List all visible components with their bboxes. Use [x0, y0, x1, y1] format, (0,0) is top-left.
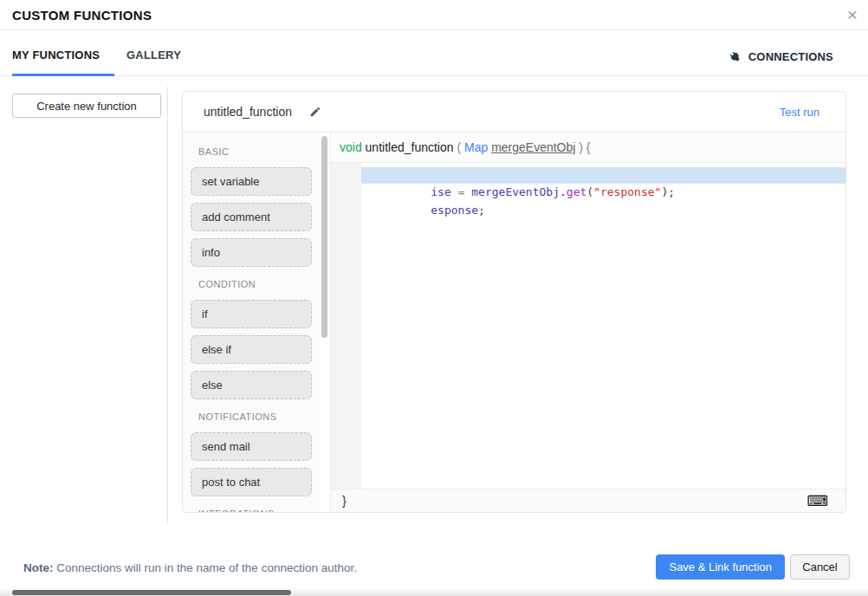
create-new-function-button[interactable]: Create new function [12, 94, 161, 118]
block-info[interactable]: info [191, 238, 312, 267]
block-add-comment[interactable]: add comment [191, 203, 312, 231]
sig-open-paren: ( [454, 140, 464, 154]
sig-function-name: untitled_function [366, 140, 454, 154]
sig-void-keyword: void [340, 140, 366, 154]
section-label-notifications: NOTIFICATIONS [198, 411, 320, 422]
code-line[interactable]: esponse; [361, 185, 845, 202]
panel-header: untitled_function Test run [183, 92, 845, 133]
code-body[interactable]: ise = mergeEventObj.get("response"); esp… [331, 163, 845, 489]
section-label-basic: BASIC [198, 146, 320, 157]
edit-pencil-icon[interactable] [309, 106, 321, 118]
block-else[interactable]: else [191, 371, 312, 399]
plug-icon [729, 50, 742, 63]
section-label-condition: CONDITION [198, 279, 320, 289]
panel-body: BASIC set variable add comment info COND… [183, 133, 845, 512]
sig-param-name: mergeEventObj [491, 140, 575, 154]
code-token: esponse [431, 204, 478, 217]
dialog-header: CUSTOM FUNCTIONS × [0, 0, 868, 30]
footer-note: Note: Connections will run in the name o… [23, 561, 357, 574]
closing-brace: } [342, 494, 347, 508]
sig-close-paren: ) { [575, 140, 590, 154]
dialog-footer: Note: Connections will run in the name o… [0, 547, 868, 596]
horizontal-scrollbar-thumb[interactable] [12, 590, 291, 595]
section-label-integrations: INTEGRATIONS [198, 509, 320, 512]
blocks-scrollbar-thumb[interactable] [321, 136, 327, 338]
note-label: Note: [23, 561, 54, 574]
function-signature: void untitled_function ( Map mergeEventO… [331, 133, 845, 163]
note-text: Connections will run in the name of the … [54, 561, 357, 574]
code-editor: void untitled_function ( Map mergeEventO… [330, 133, 845, 512]
page-title: CUSTOM FUNCTIONS [12, 8, 152, 23]
tab-bar: MY FUNCTIONS GALLERY CONNECTIONS [0, 31, 868, 76]
block-set-variable[interactable]: set variable [191, 167, 312, 196]
tab-my-functions[interactable]: MY FUNCTIONS [12, 49, 100, 62]
function-name: untitled_function [204, 105, 292, 119]
active-tab-underline [12, 74, 114, 76]
cancel-button[interactable]: Cancel [790, 554, 850, 580]
test-run-link[interactable]: Test run [780, 106, 819, 119]
save-link-function-button[interactable]: Save & Link function [656, 554, 785, 580]
code-line-selected[interactable]: ise = mergeEventObj.get("response"); [361, 167, 845, 184]
connections-label: CONNECTIONS [748, 50, 833, 63]
block-send-mail[interactable]: send mail [191, 432, 312, 461]
horizontal-scrollbar-track [0, 588, 868, 596]
sig-param-type: Map [464, 140, 491, 154]
function-editor-panel: untitled_function Test run BASIC set var… [182, 91, 846, 513]
code-token: ; [478, 204, 485, 217]
editor-footer: } ⌨ [331, 489, 845, 512]
block-else-if[interactable]: else if [191, 335, 312, 364]
tab-gallery[interactable]: GALLERY [126, 49, 181, 62]
block-post-to-chat[interactable]: post to chat [191, 468, 312, 496]
blocks-scrollbar [320, 133, 330, 512]
editor-gutter [331, 163, 361, 489]
deluge-blocks-sidebar: BASIC set variable add comment info COND… [183, 133, 320, 512]
connections-link[interactable]: CONNECTIONS [729, 50, 833, 63]
block-if[interactable]: if [191, 300, 312, 328]
vertical-divider [167, 87, 168, 524]
close-icon[interactable]: × [847, 4, 858, 25]
keyboard-shortcuts-icon[interactable]: ⌨ [806, 494, 828, 509]
